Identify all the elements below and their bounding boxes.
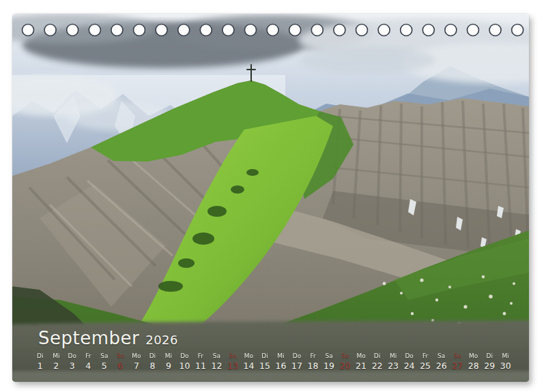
date-number: 21	[353, 361, 369, 371]
binding-hole	[178, 25, 190, 36]
day-column: Mi23	[385, 352, 401, 371]
month-label: September	[38, 328, 139, 348]
date-number: 23	[385, 361, 401, 371]
weekday-label: Mo	[353, 352, 369, 359]
binding-hole	[378, 25, 390, 36]
binding-hole	[67, 25, 78, 36]
binding-hole	[334, 25, 345, 36]
weekday-label: Do	[401, 352, 418, 359]
date-number: 1	[32, 361, 48, 371]
binding-hole	[44, 25, 56, 36]
mountain-landscape-photo	[12, 14, 529, 382]
day-column: Mi9	[160, 352, 177, 371]
date-number: 14	[241, 361, 257, 371]
binding-hole	[23, 25, 34, 36]
day-column: Di15	[257, 352, 273, 371]
date-number: 8	[145, 361, 161, 371]
day-column: Mo21	[353, 352, 369, 371]
day-column: Mo14	[241, 352, 257, 371]
weekday-label: Sa	[321, 352, 337, 359]
weekday-label: Di	[32, 352, 48, 359]
date-number: 4	[81, 361, 97, 371]
weekday-label: Fr	[417, 352, 433, 359]
weekday-label: Mo	[128, 352, 145, 359]
binding-hole	[445, 25, 457, 36]
date-number: 19	[321, 361, 337, 371]
day-column: Do3	[64, 352, 81, 371]
binding-hole	[245, 25, 257, 36]
day-column: Mi30	[498, 352, 514, 371]
weekday-label: Mi	[273, 352, 289, 359]
day-column: Do24	[401, 352, 418, 371]
date-number: 11	[192, 361, 209, 371]
weekday-label: Sa	[96, 352, 113, 359]
date-number: 24	[401, 361, 418, 371]
weekday-label: So	[337, 352, 354, 359]
year-label: 2026	[145, 333, 178, 347]
date-number: 28	[465, 361, 482, 371]
binding-holes	[23, 25, 523, 36]
weekday-label: Di	[481, 352, 498, 359]
binding-hole	[134, 25, 145, 36]
weekday-label: Mi	[160, 352, 177, 359]
calendar-title: September 2026	[38, 328, 178, 348]
date-number: 13	[225, 361, 241, 371]
weekday-label: Do	[289, 352, 305, 359]
weekday-label: Sa	[209, 352, 225, 359]
weekday-label: Mi	[48, 352, 65, 359]
weekday-label: Fr	[81, 352, 97, 359]
date-number: 16	[273, 361, 289, 371]
day-column: Mi2	[48, 352, 65, 371]
day-column: Mo28	[465, 352, 482, 371]
weekday-label: Di	[145, 352, 161, 359]
weekday-label: Do	[64, 352, 81, 359]
binding-hole	[512, 25, 523, 36]
date-number: 7	[128, 361, 145, 371]
day-column: Mi16	[273, 352, 289, 371]
binding-hole	[222, 25, 234, 36]
weekday-label: Fr	[305, 352, 321, 359]
date-number: 18	[305, 361, 321, 371]
day-column: Fr18	[305, 352, 321, 371]
calendar-days-row: Di1Mi2Do3Fr4Sa5So6Mo7Di8Mi9Do10Fr11Sa12S…	[32, 352, 514, 371]
date-number: 26	[433, 361, 450, 371]
binding-hole	[89, 25, 100, 36]
date-number: 15	[257, 361, 273, 371]
date-number: 30	[498, 361, 514, 371]
date-number: 5	[96, 361, 113, 371]
day-column: Di22	[369, 352, 386, 371]
date-number: 6	[113, 361, 129, 371]
day-column: Mo7	[128, 352, 145, 371]
date-number: 3	[64, 361, 81, 371]
day-column: Di29	[481, 352, 498, 371]
binding-hole	[401, 25, 412, 36]
calendar-photo: September 2026 Di1Mi2Do3Fr4Sa5So6Mo7Di8M…	[12, 14, 529, 382]
binding-hole	[468, 25, 479, 36]
day-column: Di1	[32, 352, 48, 371]
weekday-label: Do	[177, 352, 193, 359]
day-column: So6	[113, 352, 129, 371]
day-column: Fr11	[192, 352, 209, 371]
day-column: Sa26	[433, 352, 450, 371]
weekday-label: So	[449, 352, 465, 359]
date-number: 25	[417, 361, 433, 371]
weekday-label: Mo	[241, 352, 257, 359]
day-column: So20	[337, 352, 354, 371]
binding-hole	[311, 25, 323, 36]
day-column: Sa5	[96, 352, 113, 371]
binding-hole	[200, 25, 212, 36]
date-number: 9	[160, 361, 177, 371]
weekday-label: Di	[257, 352, 273, 359]
day-column: Fr25	[417, 352, 433, 371]
date-number: 27	[449, 361, 465, 371]
binding-hole	[489, 25, 501, 36]
binding-hole	[422, 25, 434, 36]
binding-hole	[289, 25, 301, 36]
date-number: 2	[48, 361, 65, 371]
weekday-label: So	[225, 352, 241, 359]
weekday-label: So	[113, 352, 129, 359]
binding-hole	[267, 25, 278, 36]
weekday-label: Mo	[465, 352, 482, 359]
binding-hole	[156, 25, 167, 36]
weekday-label: Fr	[192, 352, 209, 359]
